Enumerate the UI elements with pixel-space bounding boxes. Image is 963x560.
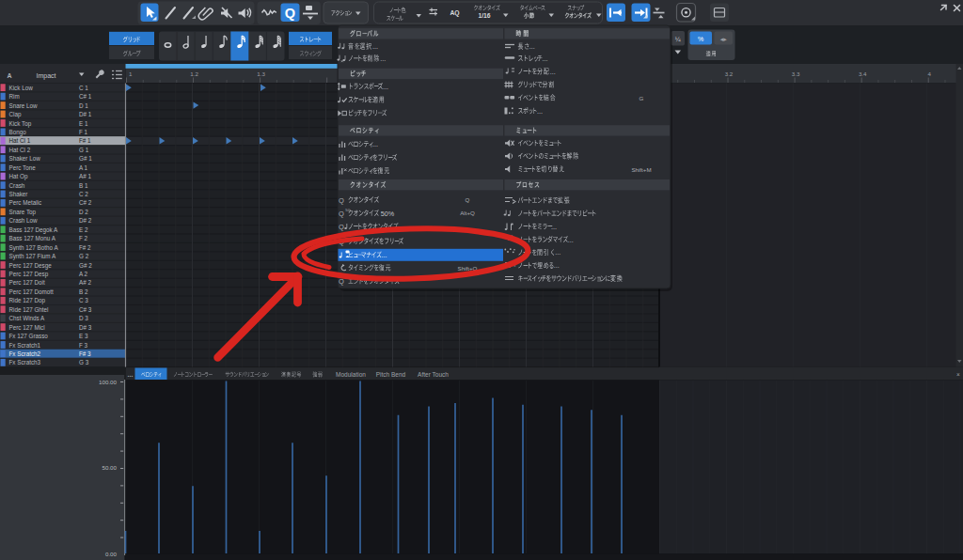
svg-text:...: ...	[383, 82, 388, 90]
svg-text:E 2: E 2	[79, 226, 88, 233]
svg-text:Bass 127 Monu A: Bass 127 Monu A	[9, 235, 56, 241]
svg-text:50: 50	[345, 208, 350, 212]
svg-text:¼: ¼	[675, 36, 681, 42]
svg-text:C 2: C 2	[79, 191, 88, 197]
svg-text:Shift+M: Shift+M	[631, 166, 651, 173]
svg-text:G 1: G 1	[79, 147, 89, 153]
svg-text:...: ...	[382, 251, 387, 259]
svg-text:F 2: F 2	[79, 235, 88, 241]
svg-text:Fx Scratch2: Fx Scratch2	[9, 350, 41, 357]
svg-text:Crash Low: Crash Low	[9, 217, 39, 224]
svg-text:...: ...	[372, 42, 378, 51]
svg-text:Fx 127 Grasso: Fx 127 Grasso	[9, 333, 49, 339]
svg-text:Synth 127 Fium A: Synth 127 Fium A	[9, 253, 57, 260]
svg-text:Q: Q	[339, 210, 344, 218]
svg-text:Shaker: Shaker	[9, 191, 28, 197]
svg-text:Q: Q	[466, 196, 470, 203]
svg-text:G# 1: G# 1	[79, 155, 92, 162]
svg-text:Hat Cl 1: Hat Cl 1	[9, 137, 31, 144]
svg-text:D 2: D 2	[79, 209, 88, 215]
svg-text:E 1: E 1	[79, 120, 88, 127]
svg-text:Kick Low: Kick Low	[9, 85, 34, 91]
svg-text:Kick Top: Kick Top	[9, 120, 32, 128]
svg-text:Perc Tone: Perc Tone	[9, 164, 37, 171]
svg-text:A 1: A 1	[79, 164, 88, 171]
svg-text:B 1: B 1	[79, 182, 88, 189]
svg-text:3.4: 3.4	[859, 70, 867, 77]
svg-text:Fx Scratch3: Fx Scratch3	[9, 359, 41, 366]
svg-text:A# 1: A# 1	[79, 173, 91, 179]
svg-text:Pitch Bend: Pitch Bend	[376, 371, 406, 378]
svg-text:1.3: 1.3	[257, 70, 265, 77]
svg-text:Perc 127 Micl: Perc 127 Micl	[9, 324, 45, 331]
svg-text:4: 4	[927, 70, 931, 77]
svg-text:Shaker Low: Shaker Low	[9, 155, 41, 162]
svg-text:Rim: Rim	[9, 93, 20, 100]
svg-text:Modulation: Modulation	[336, 371, 366, 378]
svg-text:Ride 127 Ghtel: Ride 127 Ghtel	[9, 306, 49, 313]
svg-text:C 1: C 1	[79, 85, 88, 91]
svg-text:...: ...	[380, 54, 386, 63]
svg-text:1: 1	[129, 70, 133, 77]
svg-text:...: ...	[372, 140, 378, 148]
svg-text:B 2: B 2	[79, 288, 88, 295]
svg-text:E 3: E 3	[79, 333, 88, 339]
svg-text:G: G	[639, 95, 644, 101]
svg-text:C 3: C 3	[79, 297, 88, 303]
svg-text:D# 2: D# 2	[79, 217, 92, 224]
svg-text:Perc 127 Doit: Perc 127 Doit	[9, 279, 45, 286]
svg-text:A: A	[7, 72, 11, 79]
svg-text:Ride 127 Dop: Ride 127 Dop	[9, 297, 46, 304]
svg-text:Crash: Crash	[9, 182, 25, 189]
svg-text:×: ×	[956, 371, 960, 378]
svg-text:...: ...	[550, 67, 556, 75]
svg-text:After Touch: After Touch	[418, 371, 449, 378]
svg-text:Bass 127 Degok A: Bass 127 Degok A	[9, 226, 59, 234]
svg-text:3.2: 3.2	[725, 70, 734, 77]
svg-text:D 3: D 3	[79, 315, 88, 321]
svg-text:C# 1: C# 1	[79, 93, 92, 100]
svg-text:D# 3: D# 3	[79, 324, 92, 331]
svg-text:Chst Winds A: Chst Winds A	[9, 315, 46, 321]
svg-text:Perc 127 Domott: Perc 127 Domott	[9, 288, 54, 295]
svg-text:F 3: F 3	[79, 342, 88, 349]
svg-text:D# 1: D# 1	[79, 111, 92, 117]
svg-text:...: ...	[568, 235, 574, 243]
svg-text:Perc Metalic: Perc Metalic	[9, 199, 42, 206]
svg-text:...: ...	[529, 42, 535, 51]
svg-text:1/16: 1/16	[478, 12, 490, 19]
svg-text:C# 2: C# 2	[79, 199, 92, 206]
svg-text:...: ...	[551, 222, 557, 230]
svg-text:A# 2: A# 2	[79, 279, 91, 286]
svg-text:Perc 127 Desge: Perc 127 Desge	[9, 262, 53, 270]
svg-text:Impact: Impact	[36, 72, 55, 80]
svg-text:Synth 127 Botho A: Synth 127 Botho A	[9, 244, 59, 252]
svg-text:C# 3: C# 3	[79, 306, 92, 313]
svg-text:AQ: AQ	[450, 9, 459, 17]
svg-text:50.00: 50.00	[103, 464, 118, 471]
svg-text:...: ...	[555, 248, 560, 257]
svg-text:Q: Q	[339, 223, 344, 231]
svg-text:...: ...	[554, 261, 560, 270]
svg-text:◂▸: ◂▸	[720, 36, 728, 42]
svg-text:Snare Low: Snare Low	[9, 102, 39, 109]
svg-text:Bongo: Bongo	[9, 129, 27, 136]
svg-text:D 1: D 1	[79, 102, 88, 109]
svg-text:3.3: 3.3	[792, 70, 800, 77]
svg-text:Q: Q	[285, 6, 295, 21]
svg-text:Fx Scratch1: Fx Scratch1	[9, 342, 41, 349]
svg-text:F 1: F 1	[79, 129, 88, 135]
svg-text:Clap: Clap	[9, 111, 22, 118]
svg-text:...: ...	[128, 371, 134, 378]
svg-text:...: ...	[542, 54, 547, 63]
svg-text:G# 2: G# 2	[79, 262, 92, 269]
svg-text:Hat Op: Hat Op	[9, 173, 28, 180]
svg-text:Snare Top: Snare Top	[9, 209, 37, 216]
svg-text:A 2: A 2	[79, 271, 88, 277]
svg-text:...: ...	[537, 106, 543, 115]
svg-text:G 2: G 2	[79, 253, 89, 259]
svg-text:Q: Q	[339, 196, 344, 205]
svg-text:0.00: 0.00	[105, 551, 118, 557]
svg-text:Perc 127 Desp: Perc 127 Desp	[9, 271, 49, 278]
svg-text:1.2: 1.2	[190, 70, 198, 77]
